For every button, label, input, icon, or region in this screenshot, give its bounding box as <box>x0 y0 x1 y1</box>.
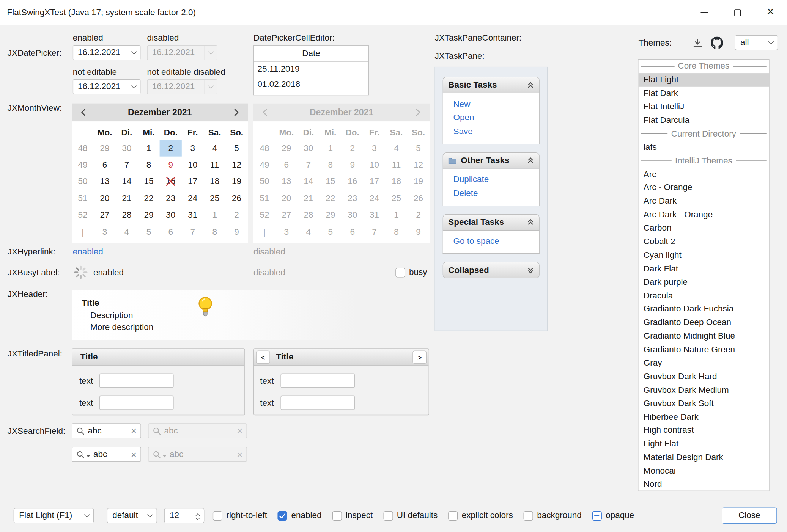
calendar-cell[interactable]: 29 <box>138 207 160 224</box>
calendar-cell[interactable]: 7 <box>182 224 204 240</box>
calendar-cell[interactable]: 27 <box>94 207 116 224</box>
calendar-cell[interactable]: 15 <box>138 173 160 190</box>
theme-list-item[interactable]: Dark purple <box>638 275 769 289</box>
calendar-cell[interactable]: 49 <box>72 157 94 173</box>
chevron-down-icon[interactable] <box>87 455 91 458</box>
calendar-cell[interactable]: 18 <box>204 173 226 190</box>
theme-list-item[interactable]: Gradianto Deep Ocean <box>638 316 769 330</box>
calendar-cell[interactable]: 48 <box>72 140 94 157</box>
theme-list-item[interactable]: Flat Light <box>638 73 769 87</box>
calendar-cell[interactable]: 24 <box>182 190 204 207</box>
datepicker-value[interactable]: 16.12.2021 <box>73 82 127 92</box>
checkbox-box[interactable] <box>332 511 342 520</box>
theme-list-item[interactable]: Gradianto Nature Green <box>638 343 769 356</box>
task-link[interactable]: Save <box>453 125 539 138</box>
theme-list-item[interactable]: Material Design Dark <box>638 451 769 465</box>
calendar-cell[interactable]: 9 <box>160 157 182 173</box>
prev-month-button[interactable] <box>78 108 89 116</box>
spinner-buttons[interactable] <box>192 512 204 519</box>
task-link[interactable]: Duplicate <box>453 173 539 187</box>
theme-list-item[interactable]: Nord <box>638 478 769 491</box>
option-checkbox[interactable]: explicit colors <box>448 511 513 521</box>
calendar-cell[interactable]: 30 <box>116 140 138 157</box>
task-link[interactable]: Open <box>453 111 539 125</box>
theme-list-item[interactable]: Dracula <box>638 289 769 303</box>
checkbox-box[interactable] <box>524 511 533 520</box>
theme-list-item[interactable]: Flat IntelliJ <box>638 100 769 114</box>
task-link[interactable]: Go to space <box>453 234 539 248</box>
chevron-down-icon[interactable] <box>127 46 140 60</box>
datepicker-not-editable[interactable]: 16.12.2021 <box>73 79 141 94</box>
busy-checkbox[interactable]: busy <box>395 267 427 277</box>
table-column-header[interactable]: Date <box>254 46 368 61</box>
calendar-cell[interactable]: 3 <box>182 140 204 157</box>
taskpane-header[interactable]: Special Tasks <box>443 214 540 231</box>
theme-list-item[interactable]: Carbon <box>638 221 769 235</box>
theme-list-item[interactable]: Cobalt 2 <box>638 235 769 249</box>
calendar-cell[interactable]: 5 <box>138 224 160 240</box>
option-checkbox[interactable]: background <box>524 511 582 521</box>
theme-list-item[interactable]: IntelliJ Themes <box>638 154 769 168</box>
datepicker-value[interactable]: 16.12.2021 <box>73 48 127 58</box>
close-window-button[interactable]: × <box>754 0 787 25</box>
theme-list-item[interactable]: Gruvbox Dark Soft <box>638 397 769 411</box>
theme-list-item[interactable]: Gradianto Midnight Blue <box>638 330 769 343</box>
title-prev-button[interactable]: < <box>256 351 270 364</box>
calendar-cell[interactable]: 21 <box>116 190 138 207</box>
clear-icon[interactable]: × <box>131 426 137 436</box>
title-next-button[interactable]: > <box>412 351 427 364</box>
calendar-cell[interactable]: 3 <box>94 224 116 240</box>
theme-list-item[interactable]: Arc - Orange <box>638 181 769 195</box>
font-size-spinner[interactable]: 12 <box>164 508 205 523</box>
datepicker-enabled[interactable]: 16.12.2021 <box>73 45 141 60</box>
calendar-cell[interactable]: 50 <box>72 173 94 190</box>
checkbox-box[interactable] <box>278 511 287 520</box>
calendar-cell[interactable]: 30 <box>160 207 182 224</box>
combo-value[interactable]: default <box>112 511 148 521</box>
calendar-cell[interactable]: 6 <box>160 224 182 240</box>
spinner-value[interactable]: 12 <box>170 511 179 521</box>
github-icon[interactable] <box>711 37 723 49</box>
calendar-cell[interactable]: 29 <box>94 140 116 157</box>
theme-list-item[interactable]: Monocai <box>638 464 769 478</box>
calendar-cell[interactable]: 1 <box>204 207 226 224</box>
theme-list-item[interactable]: Hiberbee Dark <box>638 410 769 424</box>
calendar-cell[interactable]: 12 <box>226 157 248 173</box>
calendar-cell[interactable]: 16 <box>160 173 182 190</box>
checkbox-box[interactable] <box>395 268 405 277</box>
combo-value[interactable]: Flat Light (F1) <box>19 511 85 521</box>
text-input[interactable] <box>280 396 355 410</box>
themes-filter-combo[interactable]: all <box>735 35 778 50</box>
combo-value[interactable]: all <box>740 38 769 47</box>
calendar-cell[interactable]: | <box>72 224 94 240</box>
task-link[interactable]: New <box>453 97 539 111</box>
theme-list-item[interactable]: Core Themes <box>638 60 769 73</box>
search-input-value[interactable]: abc <box>88 426 128 436</box>
theme-combo[interactable]: Flat Light (F1) <box>14 508 94 523</box>
theme-list-item[interactable]: Cyan light <box>638 248 769 262</box>
search-field-enabled[interactable]: abc × <box>72 423 141 438</box>
theme-list-item[interactable]: Arc Dark <box>638 195 769 208</box>
calendar-cell[interactable]: 7 <box>116 157 138 173</box>
calendar-cell[interactable]: 17 <box>182 173 204 190</box>
calendar-cell[interactable]: 9 <box>226 224 248 240</box>
theme-list-item[interactable]: Gray <box>638 356 769 370</box>
theme-list-item[interactable]: Gruvbox Dark Hard <box>638 370 769 383</box>
close-button[interactable]: Close <box>722 508 777 524</box>
table-row[interactable]: 25.11.2019 <box>254 62 368 77</box>
clear-icon[interactable]: × <box>131 450 137 459</box>
option-checkbox[interactable]: opaque <box>592 511 634 521</box>
search-input-value[interactable]: abc <box>93 449 128 459</box>
download-icon[interactable] <box>692 37 704 49</box>
calendar-cell[interactable]: 14 <box>116 173 138 190</box>
calendar-cell[interactable]: 5 <box>226 140 248 157</box>
text-input[interactable] <box>99 396 174 410</box>
text-input[interactable] <box>280 373 355 388</box>
calendar-cell[interactable]: 1 <box>138 140 160 157</box>
option-checkbox[interactable]: inspect <box>332 511 373 521</box>
hyperlink-enabled[interactable]: enabled <box>73 247 103 257</box>
text-input[interactable] <box>99 373 174 388</box>
font-combo[interactable]: default <box>107 508 157 523</box>
taskpane-header[interactable]: Other Tasks <box>443 152 540 169</box>
calendar-cell[interactable]: 2 <box>226 207 248 224</box>
